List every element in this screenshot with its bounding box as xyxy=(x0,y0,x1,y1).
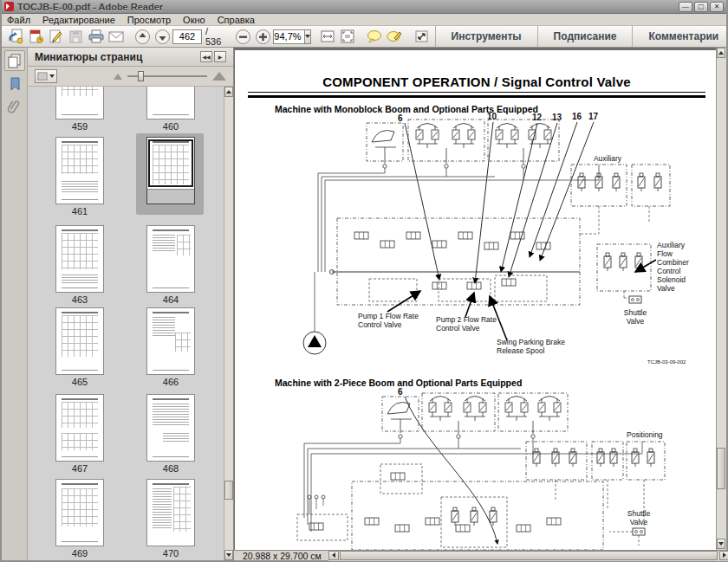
thumbnail-page-number: 464 xyxy=(132,294,210,305)
zoom-in-button[interactable] xyxy=(253,28,273,46)
combiner-label: Auxiliary Flow Combiner Control Solenoid… xyxy=(657,241,689,293)
fit-page-button[interactable] xyxy=(338,28,358,46)
highlight-pen-icon xyxy=(386,29,403,44)
close-button[interactable]: ✕ xyxy=(710,2,724,12)
document-pane: COMPONENT OPERATION / Signal Control Val… xyxy=(234,48,719,550)
panel-collapse-button[interactable]: ▶ xyxy=(214,51,226,62)
thumbnail-options-button[interactable] xyxy=(35,69,57,83)
panel-options-button[interactable]: ◀◀ xyxy=(200,51,212,62)
open-file-button[interactable] xyxy=(6,28,26,46)
panel-scrollbar[interactable] xyxy=(224,87,233,560)
previous-page-button[interactable] xyxy=(133,28,153,46)
thumbnail-463[interactable]: 463 xyxy=(41,225,119,305)
slider-handle[interactable] xyxy=(138,71,144,81)
thumbnail-page-number: 468 xyxy=(132,463,210,474)
adobe-reader-window: TOCJB-E-00.pdf - Adobe Reader — ▢ ✕ Файл… xyxy=(0,0,728,562)
panel-scroll-down-button[interactable] xyxy=(224,550,233,560)
toolbar-separator xyxy=(537,26,538,47)
shuttle-valve-label-s2: Shuttle xyxy=(627,509,651,518)
toolbar-separator xyxy=(435,26,436,47)
thumbnail-469[interactable]: 469 xyxy=(41,479,119,559)
save-floppy-icon xyxy=(68,29,84,44)
menu-help[interactable]: Справка xyxy=(218,15,255,25)
panel-scroll-up-button[interactable] xyxy=(224,87,233,97)
svg-text:Control Valve: Control Valve xyxy=(358,320,402,329)
doc-hscrollbar-thumb[interactable] xyxy=(340,551,718,560)
zoom-out-icon xyxy=(235,29,251,45)
bookmarks-tab[interactable] xyxy=(4,74,25,94)
comments-button[interactable]: Комментарии xyxy=(636,30,728,42)
panel-scrollbar-thumb[interactable] xyxy=(224,481,233,500)
svg-text:Valve: Valve xyxy=(630,518,648,526)
doc-scroll-up-button[interactable] xyxy=(717,48,725,58)
zoom-in-thumbnails-icon xyxy=(212,72,226,81)
bookmark-icon xyxy=(7,76,23,92)
navigation-strip xyxy=(2,48,28,560)
svg-text:Combiner: Combiner xyxy=(657,258,689,267)
zoom-level-value[interactable]: 94,7% xyxy=(273,29,304,44)
thumbnail-470[interactable]: 470 xyxy=(132,479,210,559)
attachments-tab[interactable] xyxy=(4,97,25,118)
thumbnail-468[interactable]: 468 xyxy=(132,394,210,474)
menu-window[interactable]: Окно xyxy=(183,15,205,25)
doc-scroll-left-button[interactable] xyxy=(328,551,339,560)
toolbar-separator xyxy=(632,26,633,47)
panel-title: Миниатюры страниц xyxy=(35,51,142,63)
page-up-icon xyxy=(134,29,151,45)
page-number-input[interactable] xyxy=(172,29,202,44)
print-icon xyxy=(88,29,105,44)
fullscreen-arrows-icon xyxy=(413,29,430,44)
thumbnail-462-selected[interactable]: 462 xyxy=(132,137,210,216)
menu-file[interactable]: Файл xyxy=(7,15,30,25)
drawing-number: TCJB-03-09-002 xyxy=(647,359,686,365)
tools-button[interactable]: Инструменты xyxy=(439,30,534,42)
sign-button[interactable]: Подписание xyxy=(542,30,629,42)
document-vertical-scrollbar[interactable] xyxy=(716,48,726,550)
svg-text:Flow: Flow xyxy=(657,249,673,258)
fullscreen-button[interactable] xyxy=(412,28,432,46)
edit-button[interactable] xyxy=(46,28,66,46)
pdf-page: COMPONENT OPERATION / Signal Control Val… xyxy=(235,50,718,550)
highlight-button[interactable] xyxy=(385,28,405,46)
page-size-label: 20.988 x 29.700 см xyxy=(234,551,322,561)
svg-text:Control: Control xyxy=(657,267,681,275)
menu-edit[interactable]: Редактирование xyxy=(42,15,115,25)
thumbnail-page-number: 469 xyxy=(41,548,119,559)
page-thumbnails-tab[interactable] xyxy=(4,50,25,71)
email-button[interactable] xyxy=(106,28,126,46)
comment-button[interactable] xyxy=(365,28,385,46)
next-page-button[interactable] xyxy=(153,28,172,46)
maximize-button[interactable]: ▢ xyxy=(694,2,708,12)
thumbnail-464[interactable]: 464 xyxy=(132,225,210,305)
thumbnail-page-number: 467 xyxy=(41,463,119,474)
fit-width-button[interactable] xyxy=(318,28,338,46)
thumbnail-467[interactable]: 467 xyxy=(41,394,119,474)
main-toolbar: / 536 94,7% Инструменты xyxy=(2,26,726,48)
zoom-out-button[interactable] xyxy=(233,28,253,46)
save-button[interactable] xyxy=(66,28,86,46)
doc-scroll-down-button[interactable] xyxy=(717,539,725,549)
fit-width-icon xyxy=(319,29,336,44)
save-online-button[interactable] xyxy=(26,28,46,46)
callout-13: 13 xyxy=(552,113,562,122)
thumbnail-459[interactable]: 459 xyxy=(41,87,119,132)
doc-scrollbar-thumb[interactable] xyxy=(717,448,725,489)
thumbnail-461[interactable]: 461 xyxy=(41,137,119,216)
zoom-dropdown-arrow[interactable] xyxy=(305,29,311,44)
document-cloud-icon xyxy=(28,29,44,44)
svg-text:Release Spool: Release Spool xyxy=(497,346,544,355)
current-view-indicator[interactable] xyxy=(148,139,193,187)
document-horizontal-scrollbar[interactable] xyxy=(328,551,728,561)
minimize-button[interactable]: — xyxy=(679,2,692,12)
thumbnail-466[interactable]: 466 xyxy=(132,307,210,387)
svg-text:Solenoid: Solenoid xyxy=(657,275,686,284)
content-area: Миниатюры страниц ◀◀ ▶ xyxy=(2,48,726,560)
thumbnails-panel: Миниатюры страниц ◀◀ ▶ xyxy=(28,48,234,560)
print-button[interactable] xyxy=(86,28,106,46)
svg-text:Valve: Valve xyxy=(657,284,675,293)
menu-view[interactable]: Просмотр xyxy=(127,15,171,25)
thumbnail-465[interactable]: 465 xyxy=(41,307,119,387)
thumbnail-460[interactable]: 460 xyxy=(132,87,210,132)
thumbnail-size-slider[interactable] xyxy=(127,75,207,77)
doc-scroll-right-button[interactable] xyxy=(719,551,728,560)
